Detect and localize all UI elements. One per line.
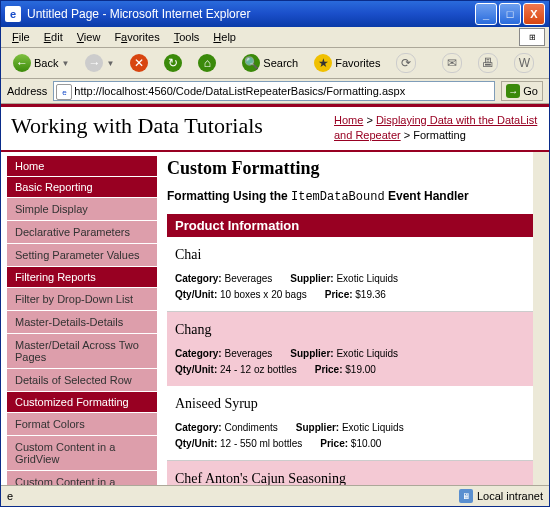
nav-item[interactable]: Simple Display bbox=[7, 198, 157, 220]
product-details: Qty/Unit: 10 boxes x 20 bagsPrice: $19.3… bbox=[175, 287, 531, 303]
nav-heading[interactable]: Basic Reporting bbox=[7, 177, 157, 197]
menu-edit[interactable]: Edit bbox=[37, 29, 70, 45]
stop-button[interactable]: ✕ bbox=[124, 50, 154, 76]
menu-tools[interactable]: Tools bbox=[167, 29, 207, 45]
nav-item[interactable]: Master/Detail Across Two Pages bbox=[7, 334, 157, 368]
breadcrumb-current: Formatting bbox=[413, 129, 466, 141]
forward-icon: → bbox=[85, 54, 103, 72]
home-button[interactable]: ⌂ bbox=[192, 50, 222, 76]
back-label: Back bbox=[34, 57, 58, 69]
product-details: Qty/Unit: 24 - 12 oz bottlesPrice: $19.0… bbox=[175, 362, 531, 378]
edit-icon: W bbox=[514, 53, 534, 73]
go-label: Go bbox=[523, 85, 538, 97]
content-heading: Custom Formatting bbox=[167, 158, 539, 179]
search-icon: 🔍 bbox=[242, 54, 260, 72]
favorites-label: Favorites bbox=[335, 57, 380, 69]
nav-heading[interactable]: Filtering Reports bbox=[7, 267, 157, 287]
forward-button[interactable]: → ▼ bbox=[79, 50, 120, 76]
titlebar: e Untitled Page - Microsoft Internet Exp… bbox=[1, 1, 549, 27]
product-name: Chai bbox=[175, 247, 531, 263]
product-details: Category: BeveragesSupplier: Exotic Liqu… bbox=[175, 346, 531, 362]
product-item: Aniseed SyrupCategory: CondimentsSupplie… bbox=[167, 386, 539, 460]
nav-item[interactable]: Filter by Drop-Down List bbox=[7, 288, 157, 310]
favorites-button[interactable]: ★ Favorites bbox=[308, 50, 386, 76]
search-label: Search bbox=[263, 57, 298, 69]
product-name: Chang bbox=[175, 322, 531, 338]
print-icon: 🖶 bbox=[478, 53, 498, 73]
nav-item[interactable]: Declarative Parameters bbox=[7, 221, 157, 243]
nav-item[interactable]: Format Colors bbox=[7, 413, 157, 435]
nav-item[interactable]: Details of Selected Row bbox=[7, 369, 157, 391]
chevron-down-icon: ▼ bbox=[106, 59, 114, 68]
sidebar: HomeBasic ReportingSimple DisplayDeclara… bbox=[1, 152, 157, 485]
nav-item[interactable]: Custom Content in a GridView bbox=[7, 436, 157, 470]
breadcrumb-home[interactable]: Home bbox=[334, 114, 363, 126]
product-details: Category: CondimentsSupplier: Exotic Liq… bbox=[175, 420, 531, 436]
search-button[interactable]: 🔍 Search bbox=[236, 50, 304, 76]
zone-label: Local intranet bbox=[477, 490, 543, 502]
product-item: ChaiCategory: BeveragesSupplier: Exotic … bbox=[167, 237, 539, 311]
product-details: Category: BeveragesSupplier: Exotic Liqu… bbox=[175, 271, 531, 287]
product-name: Aniseed Syrup bbox=[175, 396, 531, 412]
nav-heading[interactable]: Customized Formatting bbox=[7, 392, 157, 412]
maximize-button[interactable]: □ bbox=[499, 3, 521, 25]
stop-icon: ✕ bbox=[130, 54, 148, 72]
home-icon: ⌂ bbox=[198, 54, 216, 72]
refresh-icon: ↻ bbox=[164, 54, 182, 72]
statusbar: e 🖥 Local intranet bbox=[1, 485, 549, 506]
edit-button[interactable]: W bbox=[508, 49, 540, 77]
minimize-button[interactable]: _ bbox=[475, 3, 497, 25]
vertical-scrollbar[interactable] bbox=[533, 152, 549, 485]
ms-flag-icon: ⊞ bbox=[519, 28, 545, 46]
menubar: File Edit View Favorites Tools Help ⊞ bbox=[1, 27, 549, 48]
product-details: Qty/Unit: 12 - 550 ml bottlesPrice: $10.… bbox=[175, 436, 531, 452]
back-button[interactable]: ← Back ▼ bbox=[7, 50, 75, 76]
address-label: Address bbox=[7, 85, 47, 97]
address-bar: Address e → Go bbox=[1, 79, 549, 104]
section-header: Product Information bbox=[167, 214, 539, 237]
nav-item[interactable]: Custom Content in a DetailsView bbox=[7, 471, 157, 485]
print-button[interactable]: 🖶 bbox=[472, 49, 504, 77]
product-item: ChangCategory: BeveragesSupplier: Exotic… bbox=[167, 312, 539, 386]
page-title: Working with Data Tutorials bbox=[11, 113, 334, 144]
history-button[interactable]: ⟳ bbox=[390, 49, 422, 77]
refresh-button[interactable]: ↻ bbox=[158, 50, 188, 76]
mail-button[interactable]: ✉ bbox=[436, 49, 468, 77]
mail-icon: ✉ bbox=[442, 53, 462, 73]
content-subheading: Formatting Using the ItemDataBound Event… bbox=[167, 189, 539, 204]
history-icon: ⟳ bbox=[396, 53, 416, 73]
menu-help[interactable]: Help bbox=[206, 29, 243, 45]
breadcrumb: Home > Displaying Data with the DataList… bbox=[334, 113, 539, 144]
content-pane: Working with Data Tutorials Home > Displ… bbox=[1, 104, 549, 485]
menu-favorites[interactable]: Favorites bbox=[107, 29, 166, 45]
nav-heading[interactable]: Home bbox=[7, 156, 157, 176]
chevron-down-icon: ▼ bbox=[61, 59, 69, 68]
menu-file[interactable]: File bbox=[5, 29, 37, 45]
product-item: Chef Anton's Cajun SeasoningCategory: Co… bbox=[167, 461, 539, 485]
star-icon: ★ bbox=[314, 54, 332, 72]
nav-item[interactable]: Setting Parameter Values bbox=[7, 244, 157, 266]
menu-view[interactable]: View bbox=[70, 29, 108, 45]
page-icon: e bbox=[7, 490, 13, 502]
ie-icon: e bbox=[5, 6, 21, 22]
page-icon: e bbox=[56, 84, 72, 100]
toolbar: ← Back ▼ → ▼ ✕ ↻ ⌂ 🔍 Search ★ Favorites … bbox=[1, 48, 549, 79]
close-button[interactable]: X bbox=[523, 3, 545, 25]
main-content: Custom Formatting Formatting Using the I… bbox=[157, 152, 549, 485]
zone-icon: 🖥 bbox=[459, 489, 473, 503]
go-arrow-icon: → bbox=[506, 84, 520, 98]
go-button[interactable]: → Go bbox=[501, 81, 543, 101]
address-input[interactable] bbox=[53, 81, 495, 101]
nav-item[interactable]: Master-Details-Details bbox=[7, 311, 157, 333]
product-name: Chef Anton's Cajun Seasoning bbox=[175, 471, 531, 485]
back-icon: ← bbox=[13, 54, 31, 72]
window-title: Untitled Page - Microsoft Internet Explo… bbox=[27, 7, 475, 21]
